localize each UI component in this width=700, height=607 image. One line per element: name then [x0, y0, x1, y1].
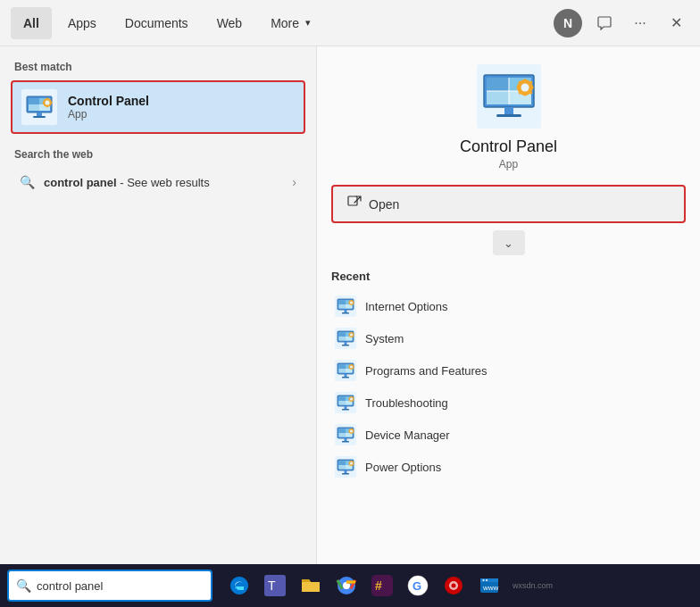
recent-items-container: Internet Options System Programs and F — [331, 290, 686, 483]
open-icon — [347, 195, 362, 212]
avatar[interactable]: N — [554, 9, 582, 37]
svg-rect-44 — [345, 310, 347, 312]
taskbar-search-icon: 🔍 — [16, 578, 31, 593]
open-label: Open — [369, 197, 399, 212]
svg-rect-25 — [496, 114, 521, 117]
recent-item-label: Power Options — [365, 461, 441, 474]
expand-button[interactable]: ⌄ — [493, 230, 525, 255]
best-match-subtitle: App — [68, 108, 149, 121]
app-type: App — [499, 158, 518, 170]
recent-item[interactable]: Internet Options — [331, 290, 686, 322]
svg-point-10 — [46, 101, 50, 105]
recent-item-label: System — [365, 332, 404, 345]
recent-item-label: Internet Options — [365, 300, 448, 313]
svg-point-12 — [46, 106, 48, 108]
best-match-item[interactable]: Control Panel App — [11, 80, 305, 134]
tab-more[interactable]: More ▾ — [258, 7, 323, 39]
svg-rect-56 — [342, 345, 349, 346]
svg-rect-89 — [342, 441, 349, 443]
svg-rect-62 — [339, 365, 346, 370]
svg-point-102 — [350, 462, 353, 465]
open-button[interactable]: Open — [331, 185, 686, 223]
svg-rect-84 — [339, 429, 346, 434]
google-icon[interactable]: G — [402, 570, 434, 602]
browser-icon[interactable]: www — [473, 570, 505, 602]
svg-rect-31 — [530, 87, 533, 89]
recent-item-label: Troubleshooting — [365, 396, 448, 410]
teams-icon[interactable]: T — [259, 570, 291, 602]
svg-point-113 — [452, 584, 456, 588]
file-explorer-icon[interactable] — [295, 570, 327, 602]
svg-rect-53 — [339, 337, 346, 341]
svg-text:T: T — [268, 578, 276, 593]
svg-rect-40 — [339, 301, 346, 305]
web-result-text: control panel - See web results — [44, 176, 210, 189]
recent-item-icon — [335, 456, 356, 478]
svg-rect-67 — [342, 377, 349, 378]
tab-documents[interactable]: Documents — [112, 7, 201, 39]
recent-item[interactable]: Programs and Features — [331, 354, 686, 387]
svg-rect-77 — [345, 406, 347, 409]
svg-point-117 — [486, 579, 488, 581]
chevron-right-icon: › — [292, 175, 296, 189]
svg-rect-95 — [339, 461, 346, 466]
svg-point-58 — [350, 334, 353, 337]
recent-item-icon — [335, 392, 356, 413]
svg-rect-20 — [487, 91, 509, 104]
recent-item[interactable]: System — [331, 322, 686, 354]
right-panel: Control Panel App Open ⌄ Recent — [317, 46, 700, 571]
tabs-right: N ··· ✕ — [554, 9, 689, 37]
svg-point-116 — [483, 579, 485, 581]
slack-icon[interactable]: # — [366, 570, 398, 602]
svg-rect-28 — [523, 79, 526, 82]
svg-rect-100 — [342, 473, 349, 475]
recent-item[interactable]: Troubleshooting — [331, 387, 686, 419]
svg-rect-66 — [345, 374, 347, 377]
watermark-area: wxsdn.com — [509, 570, 556, 602]
chevron-down-icon: ⌄ — [504, 237, 513, 250]
app-detail: Control Panel App — [331, 64, 686, 170]
svg-text:#: # — [375, 578, 382, 593]
edge-icon[interactable] — [223, 570, 255, 602]
feedback-icon[interactable] — [591, 10, 618, 37]
svg-point-80 — [350, 398, 353, 401]
svg-point-69 — [350, 366, 353, 369]
svg-point-14 — [51, 102, 53, 104]
tab-all[interactable]: All — [11, 7, 52, 39]
recent-item-icon — [335, 424, 356, 445]
svg-rect-51 — [339, 333, 346, 337]
svg-point-91 — [350, 430, 353, 433]
taskbar: 🔍 T — [0, 564, 700, 607]
svg-rect-97 — [339, 465, 346, 470]
svg-point-13 — [43, 102, 45, 104]
taskbar-icons: T # — [223, 570, 556, 602]
svg-point-11 — [46, 98, 48, 100]
svg-rect-64 — [339, 369, 346, 373]
svg-point-47 — [350, 302, 353, 304]
svg-rect-88 — [345, 438, 347, 441]
close-icon[interactable]: ✕ — [662, 10, 689, 37]
recent-item[interactable]: Device Manager — [331, 419, 686, 451]
svg-rect-99 — [345, 470, 347, 473]
svg-rect-55 — [345, 342, 347, 345]
svg-rect-7 — [37, 112, 42, 116]
chrome-icon[interactable] — [330, 570, 362, 602]
tab-apps[interactable]: Apps — [55, 7, 109, 39]
svg-rect-18 — [487, 78, 509, 91]
more-options-icon[interactable]: ··· — [627, 10, 654, 37]
recent-item[interactable]: Power Options — [331, 451, 686, 483]
taskbar-search-input[interactable] — [37, 579, 204, 593]
svg-rect-5 — [29, 104, 39, 111]
svg-rect-30 — [516, 87, 519, 89]
best-match-text: Control Panel App — [68, 94, 149, 121]
web-result-item[interactable]: 🔍 control panel - See web results › — [11, 168, 305, 196]
recent-item-label: Device Manager — [365, 428, 450, 442]
app-icon-red[interactable] — [438, 570, 470, 602]
svg-rect-78 — [342, 409, 349, 411]
tab-web[interactable]: Web — [204, 7, 255, 39]
recent-label: Recent — [331, 270, 686, 283]
recent-section: Recent Internet Options — [331, 270, 686, 557]
svg-rect-8 — [33, 116, 46, 118]
svg-text:G: G — [412, 579, 421, 593]
svg-point-27 — [521, 84, 529, 92]
